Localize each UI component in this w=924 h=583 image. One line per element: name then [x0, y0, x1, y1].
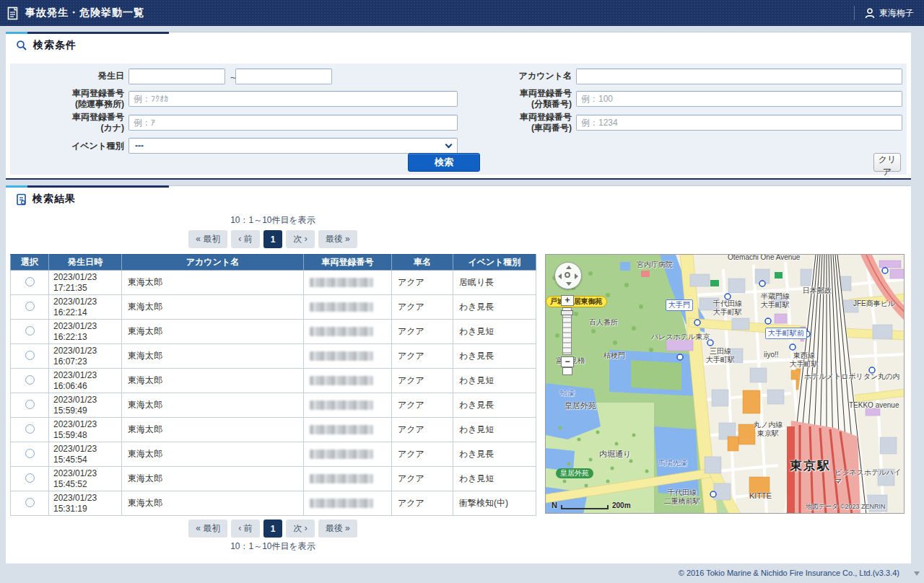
row-select-radio[interactable] — [25, 498, 35, 507]
row-select-radio[interactable] — [25, 351, 35, 360]
label-event-type: イベント種別 — [39, 141, 124, 152]
pager-first-button[interactable]: « 最初 — [188, 230, 227, 248]
row-date: 2023/01/23 — [49, 272, 121, 283]
row-select-radio[interactable] — [25, 326, 35, 336]
registration-redacted — [310, 425, 373, 434]
zoom-slider-track[interactable] — [562, 307, 572, 355]
label-registration-class: 車両登録番号 (分類番号) — [487, 88, 572, 110]
zoom-slider-handle[interactable] — [561, 310, 573, 315]
pager-next-button[interactable]: 次 › — [286, 520, 314, 538]
pan-center-button[interactable] — [565, 272, 570, 278]
table-row: 2023/01/2315:59:49 東海太郎 アクア わき見長 — [11, 393, 536, 418]
registration-kana-input[interactable] — [128, 115, 458, 131]
registration-class-input[interactable] — [576, 91, 902, 107]
table-row: 2023/01/2316:22:13 東海太郎 アクア わき見短 — [11, 320, 536, 344]
scale-distance: 200m — [612, 501, 631, 509]
pan-up-arrow[interactable] — [566, 266, 572, 269]
map-scale-bar: N 200m — [552, 501, 631, 509]
search-section-icon — [16, 40, 27, 51]
map-copyright: 地図データ ©2023 ZENRIN — [806, 503, 886, 511]
row-select-radio[interactable] — [25, 473, 35, 483]
row-select-radio[interactable] — [25, 277, 35, 286]
header-divider — [854, 6, 855, 20]
registration-redacted — [310, 376, 373, 385]
row-select-radio[interactable] — [25, 375, 35, 385]
registration-number-input[interactable] — [576, 115, 902, 131]
col-header-select: 選択 — [11, 255, 49, 271]
row-account: 東海太郎 — [122, 344, 304, 369]
map-label-otemon: 大手門 — [666, 299, 693, 311]
col-header-event: イベント種別 — [453, 255, 536, 271]
pager-prev-button[interactable]: ‹ 前 — [231, 520, 259, 538]
scrollbar-down-arrow[interactable] — [914, 571, 920, 576]
pager-page-1-button[interactable]: 1 — [263, 520, 283, 538]
row-account: 東海太郎 — [122, 393, 304, 418]
row-time: 17:21:35 — [49, 283, 121, 294]
map-zoom-control: + − — [561, 295, 574, 375]
row-car: アクア — [392, 393, 453, 418]
row-select-radio[interactable] — [25, 424, 35, 434]
results-section-icon — [16, 193, 27, 206]
table-row: 2023/01/2316:06:46 東海太郎 アクア わき見短 — [11, 369, 536, 393]
registration-redacted — [310, 302, 373, 312]
map-label: 東西線 大手町駅 — [790, 351, 819, 369]
row-car: アクア — [392, 344, 453, 369]
row-select-radio[interactable] — [25, 302, 35, 311]
row-event: わき見長 — [453, 393, 536, 418]
row-car: アクア — [392, 491, 453, 516]
pan-down-arrow[interactable] — [566, 282, 572, 286]
search-button[interactable]: 検索 — [408, 153, 480, 172]
row-car: アクア — [392, 369, 453, 393]
user-name: 東海梅子 — [879, 7, 914, 19]
pager-last-button[interactable]: 最後 » — [318, 520, 357, 538]
row-date: 2023/01/23 — [49, 444, 121, 455]
registration-redacted — [310, 400, 373, 410]
user-menu[interactable]: 東海梅子 — [854, 0, 914, 26]
date-to-input[interactable] — [235, 69, 332, 84]
map[interactable]: Otemachi One Avenue 宮内庁病院 戸城 皇居東御苑 大手門 百… — [545, 254, 905, 514]
table-row: 2023/01/2315:59:48 東海太郎 アクア わき見短 — [11, 418, 536, 442]
map-label: 桔梗門 — [603, 351, 625, 360]
pager-page-1-button[interactable]: 1 — [263, 230, 283, 248]
row-select-radio[interactable] — [25, 400, 35, 409]
zoom-reset-button[interactable] — [562, 367, 572, 375]
label-registration-number: 車両登録番号 (車両番号) — [487, 112, 572, 133]
table-header-row: 選択 発生日時 アカウント名 車両登録番号 車名 イベント種別 — [11, 255, 536, 271]
registration-redacted — [310, 351, 373, 361]
registration-redacted — [310, 499, 373, 508]
date-from-input[interactable] — [128, 69, 225, 84]
row-event: 居眠り長 — [453, 271, 536, 295]
pager-next-button[interactable]: 次 › — [286, 230, 314, 248]
map-label: 内堀通り — [599, 450, 631, 459]
row-date: 2023/01/23 — [49, 346, 121, 356]
registration-office-input[interactable] — [128, 91, 458, 107]
map-moat-island — [631, 360, 681, 390]
row-time: 16:06:46 — [49, 381, 121, 392]
zoom-in-button[interactable]: + — [561, 295, 574, 306]
table-row: 2023/01/2317:21:35 東海太郎 アクア 居眠り長 — [11, 271, 536, 295]
user-icon — [865, 8, 875, 19]
pager-first-button[interactable]: « 最初 — [188, 520, 227, 538]
chevron-down-icon — [445, 141, 453, 149]
map-pan-control[interactable] — [554, 262, 582, 289]
pager-prev-button[interactable]: ‹ 前 — [231, 230, 259, 248]
row-event: わき見短 — [453, 418, 536, 442]
map-label: iiyo!! — [764, 351, 779, 359]
row-account: 東海太郎 — [122, 320, 304, 344]
event-type-select[interactable]: --- — [128, 138, 458, 154]
map-label: 千代田線 二重橋前駅 — [664, 488, 700, 506]
map-label: 半蔵門線 大手町駅 — [761, 292, 790, 310]
pager-last-button[interactable]: 最後 » — [318, 230, 357, 248]
copyright-text: © 2016 Tokio Marine & Nichido Fire Insur… — [679, 569, 899, 577]
pan-left-arrow[interactable] — [558, 273, 562, 279]
row-event: わき見短 — [453, 369, 536, 393]
row-select-radio[interactable] — [25, 449, 35, 458]
pan-right-arrow[interactable] — [575, 273, 578, 279]
account-name-input[interactable] — [576, 69, 902, 84]
row-time: 15:59:48 — [49, 430, 121, 441]
map-label: 丸ノ内線 東京駅 — [754, 421, 783, 438]
row-time: 16:07:23 — [49, 356, 121, 367]
zoom-out-button[interactable]: − — [561, 356, 574, 367]
col-header-datetime: 発生日時 — [49, 255, 122, 271]
clear-button[interactable]: クリア — [873, 153, 901, 172]
